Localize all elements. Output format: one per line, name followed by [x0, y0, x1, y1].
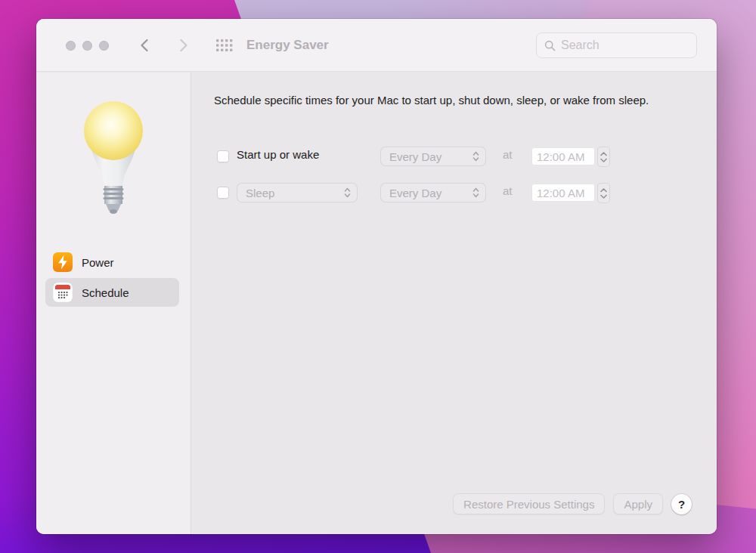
schedule-pane: Schedule specific times for your Mac to … — [191, 73, 717, 534]
stepper-up-icon — [600, 152, 607, 156]
chevron-updown-icon — [472, 187, 479, 198]
sleep-time-stepper[interactable] — [597, 183, 610, 203]
startup-label: Start up or wake — [237, 148, 319, 161]
sidebar-item-label: Power — [82, 256, 114, 269]
zoom-button[interactable] — [99, 41, 109, 51]
dropdown-value: Every Day — [389, 150, 472, 163]
sleep-action-dropdown[interactable]: Sleep — [237, 183, 358, 202]
chevron-updown-icon — [472, 151, 479, 162]
sleep-checkbox[interactable] — [217, 187, 229, 199]
stepper-down-icon — [600, 194, 607, 199]
back-chevron-icon[interactable] — [138, 38, 153, 53]
search-field[interactable] — [536, 32, 697, 58]
power-bolt-icon — [53, 252, 73, 272]
startup-checkbox[interactable] — [217, 150, 229, 162]
window-title: Energy Saver — [246, 38, 329, 53]
stepper-up-icon — [600, 188, 607, 193]
startup-time-field[interactable]: 12:00 AM — [531, 147, 595, 165]
startup-frequency-dropdown[interactable]: Every Day — [380, 147, 486, 166]
chevron-updown-icon — [344, 187, 351, 198]
restore-previous-settings-button[interactable]: Restore Previous Settings — [453, 493, 605, 514]
window-body: Power — [36, 73, 717, 534]
stepper-down-icon — [600, 158, 607, 162]
sidebar-nav: Power — [36, 248, 191, 308]
minimize-button[interactable] — [82, 41, 92, 51]
time-value: 12:00 AM — [537, 150, 584, 163]
sidebar-item-schedule[interactable]: Schedule — [45, 278, 179, 307]
sleep-time-field[interactable]: 12:00 AM — [531, 184, 595, 202]
sidebar-item-label: Schedule — [82, 286, 129, 299]
apply-button[interactable]: Apply — [613, 493, 663, 514]
show-all-grid-icon[interactable] — [216, 39, 233, 55]
sidebar: Power — [36, 73, 191, 534]
dropdown-value: Every Day — [389, 187, 472, 199]
time-value: 12:00 AM — [537, 187, 584, 199]
sidebar-item-power[interactable]: Power — [45, 248, 179, 276]
lightbulb-image — [36, 94, 191, 216]
sleep-frequency-dropdown[interactable]: Every Day — [380, 183, 486, 202]
at-label: at — [503, 148, 513, 161]
pane-description: Schedule specific times for your Mac to … — [214, 92, 681, 108]
forward-chevron-icon[interactable] — [175, 38, 191, 53]
footer-buttons: Restore Previous Settings Apply ? — [453, 493, 692, 514]
startup-time-stepper[interactable] — [597, 147, 610, 167]
at-label: at — [503, 184, 513, 197]
close-button[interactable] — [66, 41, 76, 51]
search-icon — [544, 40, 556, 51]
energy-saver-window: Energy Saver — [36, 19, 717, 534]
search-input[interactable] — [561, 39, 682, 52]
dropdown-value: Sleep — [246, 187, 344, 199]
toolbar: Energy Saver — [36, 19, 717, 72]
help-button[interactable]: ? — [671, 494, 692, 514]
schedule-calendar-icon — [53, 283, 73, 302]
